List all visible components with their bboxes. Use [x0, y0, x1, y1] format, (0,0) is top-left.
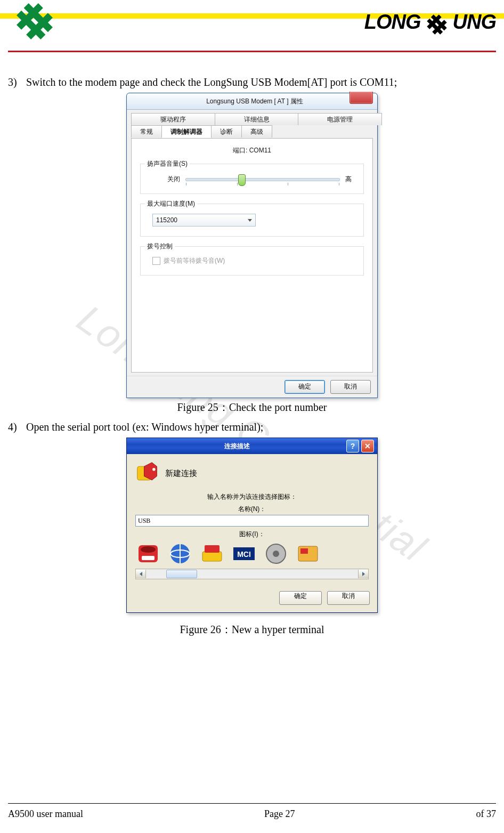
tab-driver[interactable]: 驱动程序 — [131, 113, 215, 125]
brand-text-right: UNG — [453, 11, 496, 33]
step-4-text: Open the serial port tool (ex: Windows h… — [22, 421, 496, 433]
xp-title-text: 连接描述 — [130, 442, 344, 451]
dial-control-group: 拨号控制 拨号前等待拨号音(W) — [140, 246, 364, 276]
scroll-thumb[interactable] — [166, 570, 197, 578]
port-speed-select[interactable]: 115200 — [152, 214, 256, 227]
dial-control-title: 拨号控制 — [145, 242, 175, 251]
brand-mark-left — [13, 0, 56, 43]
svg-rect-16 — [202, 552, 222, 561]
close-icon[interactable] — [349, 92, 373, 104]
tab-power[interactable]: 电源管理 — [298, 113, 382, 125]
max-port-speed-title: 最大端口速度(M) — [145, 199, 197, 208]
new-connection-heading: 新建连接 — [165, 468, 197, 479]
scroll-right-icon[interactable] — [358, 570, 368, 578]
icon-option-modem[interactable] — [199, 541, 225, 567]
xp-titlebar[interactable]: 连接描述 ? ✕ — [127, 438, 377, 454]
icon-option-globe[interactable] — [167, 541, 193, 567]
icon-picker[interactable]: MCI — [135, 541, 369, 567]
dialog-titlebar[interactable]: Longsung USB Modem [ AT ] 属性 — [127, 93, 377, 110]
connection-icon — [135, 462, 159, 485]
footer-rule — [8, 803, 496, 804]
slider-label-off: 关闭 — [167, 175, 180, 184]
step-3-number: 3) — [8, 76, 22, 88]
icon-scrollbar[interactable] — [135, 569, 369, 579]
tab-diagnostics[interactable]: 诊断 — [211, 125, 242, 138]
brand-mark-icon — [425, 13, 449, 36]
brand-text-left: LONG — [364, 11, 421, 33]
figure-26-caption: Figure 26：New a hyper terminal — [8, 622, 496, 637]
help-icon[interactable]: ? — [346, 440, 359, 452]
brand-logo: LONG UNG — [364, 11, 496, 38]
cancel-button[interactable]: 取消 — [330, 380, 371, 394]
tab-advanced[interactable]: 高级 — [241, 125, 272, 138]
slider-thumb-icon[interactable] — [238, 174, 246, 186]
tab-modem[interactable]: 调制解调器 — [161, 125, 212, 138]
footer-right: of 37 — [476, 808, 497, 820]
speaker-volume-group: 扬声器音量(S) 关闭 高 — [140, 164, 364, 194]
close-icon[interactable]: ✕ — [361, 440, 374, 452]
footer-center: Page 27 — [264, 808, 295, 820]
footer-left: A9500 user manual — [8, 808, 83, 820]
page-footer: A9500 user manual Page 27 of 37 — [8, 808, 496, 820]
volume-slider[interactable] — [185, 178, 340, 181]
icon-option-dial[interactable] — [263, 541, 289, 567]
port-speed-value: 115200 — [156, 216, 177, 224]
prompt-text: 输入名称并为该连接选择图标： — [135, 492, 369, 502]
tab-general[interactable]: 常规 — [131, 125, 162, 138]
step-3-text: Switch to the modem page and check the L… — [22, 76, 496, 88]
name-label: 名称(N)： — [135, 505, 369, 514]
icon-option-card[interactable] — [295, 541, 321, 567]
speaker-volume-title: 扬声器音量(S) — [145, 159, 190, 168]
scroll-left-icon[interactable] — [136, 570, 146, 578]
svg-point-21 — [273, 551, 279, 557]
icon-option-phone[interactable] — [135, 541, 161, 567]
connection-name-input[interactable] — [135, 515, 369, 527]
icon-label: 图标(I)： — [135, 530, 369, 539]
svg-rect-11 — [142, 556, 155, 560]
svg-point-12 — [141, 546, 156, 553]
figure-25-caption: Figure 25：Check the port number — [8, 400, 496, 415]
wait-dialtone-checkbox[interactable]: 拨号前等待拨号音(W) — [152, 256, 356, 265]
dialog-title-text: Longsung USB Modem [ AT ] 属性 — [206, 98, 303, 105]
cancel-button[interactable]: 取消 — [327, 591, 370, 605]
chevron-down-icon — [248, 219, 252, 222]
modem-properties-dialog: Longsung USB Modem [ AT ] 属性 驱动程序 详细信息 电… — [126, 93, 378, 398]
port-label: 端口: COM11 — [140, 146, 364, 155]
slider-label-high: 高 — [345, 175, 352, 184]
wait-dialtone-label: 拨号前等待拨号音(W) — [164, 256, 225, 265]
step-4: 4) Open the serial port tool (ex: Window… — [8, 421, 496, 433]
checkbox-icon — [152, 257, 160, 265]
icon-option-mci[interactable]: MCI — [231, 541, 257, 567]
tab-row-lower: 常规 调制解调器 诊断 高级 — [131, 125, 373, 138]
tab-details[interactable]: 详细信息 — [215, 113, 299, 125]
step-3: 3) Switch to the modem page and check th… — [8, 76, 496, 88]
svg-point-9 — [152, 468, 156, 471]
max-port-speed-group: 最大端口速度(M) 115200 — [140, 204, 364, 237]
connection-description-dialog: 连接描述 ? ✕ 新建连接 输入名称并为该连接选择图标： 名称(N)： 图标(I… — [126, 438, 378, 613]
tab-row-upper: 驱动程序 详细信息 电源管理 — [131, 113, 381, 125]
svg-rect-17 — [205, 545, 220, 553]
header-rule — [8, 51, 496, 52]
ok-button[interactable]: 确定 — [284, 380, 325, 394]
step-4-number: 4) — [8, 421, 22, 433]
ok-button[interactable]: 确定 — [279, 591, 322, 605]
svg-rect-23 — [300, 548, 308, 554]
svg-text:MCI: MCI — [237, 550, 251, 559]
